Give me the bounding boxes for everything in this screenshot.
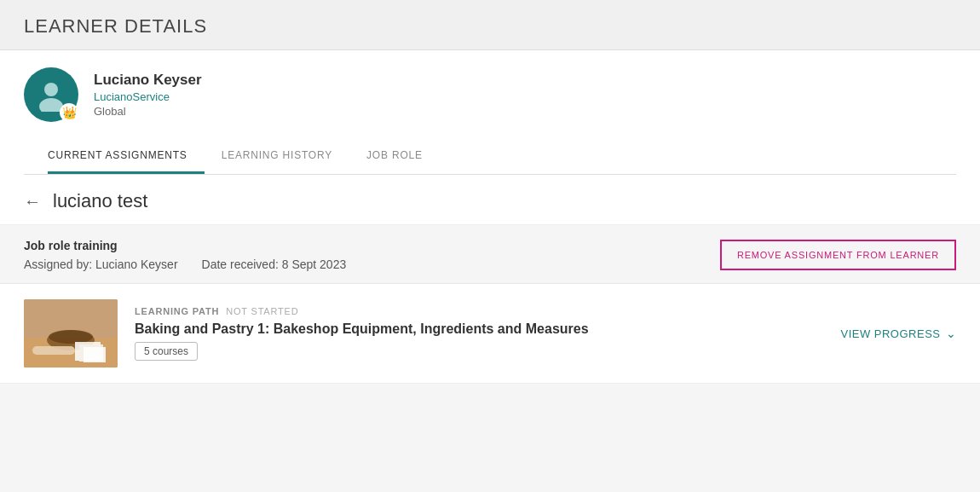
course-card: LEARNING PATH NOT STARTED Baking and Pas… bbox=[0, 284, 980, 384]
chevron-down-icon: ⌄ bbox=[946, 327, 957, 340]
svg-rect-9 bbox=[84, 347, 106, 362]
tab-current-assignments[interactable]: CURRENT ASSIGNMENTS bbox=[48, 137, 205, 174]
page-header: LEARNER DETAILS bbox=[0, 0, 980, 50]
assignment-details: Assigned by: Luciano Keyser Date receive… bbox=[24, 258, 346, 271]
back-arrow-icon[interactable]: ← bbox=[24, 192, 41, 211]
profile-info: Luciano Keyser LucianoService Global bbox=[94, 72, 202, 118]
profile-org: Global bbox=[94, 105, 202, 118]
profile-name: Luciano Keyser bbox=[94, 72, 202, 89]
assignment-title: luciano test bbox=[53, 190, 147, 212]
avatar-badge: 👑 bbox=[60, 103, 78, 122]
tabs-bar: CURRENT ASSIGNMENTS LEARNING HISTORY JOB… bbox=[24, 137, 956, 175]
main-content: ← luciano test Job role training Assigne… bbox=[0, 175, 980, 384]
course-type-label: LEARNING PATH bbox=[135, 306, 219, 316]
date-received: Date received: 8 Sept 2023 bbox=[202, 258, 347, 271]
view-progress-label: VIEW PROGRESS bbox=[840, 327, 940, 340]
profile-username: LucianoService bbox=[94, 90, 202, 103]
tab-learning-history[interactable]: LEARNING HISTORY bbox=[222, 137, 349, 174]
courses-pill-wrapper: 5 courses bbox=[135, 342, 823, 361]
course-info: LEARNING PATH NOT STARTED Baking and Pas… bbox=[135, 306, 823, 361]
svg-point-0 bbox=[44, 83, 58, 96]
remove-assignment-button[interactable]: REMOVE ASSIGNMENT FROM LEARNER bbox=[720, 240, 956, 270]
tab-job-role[interactable]: JOB ROLE bbox=[366, 137, 440, 174]
courses-count-pill: 5 courses bbox=[135, 342, 198, 361]
assignment-meta-left: Job role training Assigned by: Luciano K… bbox=[24, 239, 346, 271]
avatar: 👑 bbox=[24, 67, 78, 122]
svg-point-5 bbox=[49, 330, 93, 344]
assignment-type: Job role training bbox=[24, 239, 346, 252]
course-name: Baking and Pastry 1: Bakeshop Equipment,… bbox=[135, 321, 823, 337]
assignment-meta: Job role training Assigned by: Luciano K… bbox=[0, 225, 980, 284]
view-progress-button[interactable]: VIEW PROGRESS ⌄ bbox=[840, 327, 956, 340]
svg-rect-6 bbox=[32, 346, 75, 355]
assignment-header: ← luciano test bbox=[0, 175, 980, 225]
course-thumbnail bbox=[24, 299, 118, 368]
page-title: LEARNER DETAILS bbox=[24, 15, 956, 38]
course-status-badge: NOT STARTED bbox=[226, 306, 298, 316]
course-thumbnail-image bbox=[24, 299, 118, 368]
course-status-row: LEARNING PATH NOT STARTED bbox=[135, 306, 823, 316]
profile-section: 👑 Luciano Keyser LucianoService Global C… bbox=[0, 50, 980, 175]
profile-row: 👑 Luciano Keyser LucianoService Global bbox=[24, 67, 956, 137]
assigned-by: Assigned by: Luciano Keyser bbox=[24, 258, 178, 271]
